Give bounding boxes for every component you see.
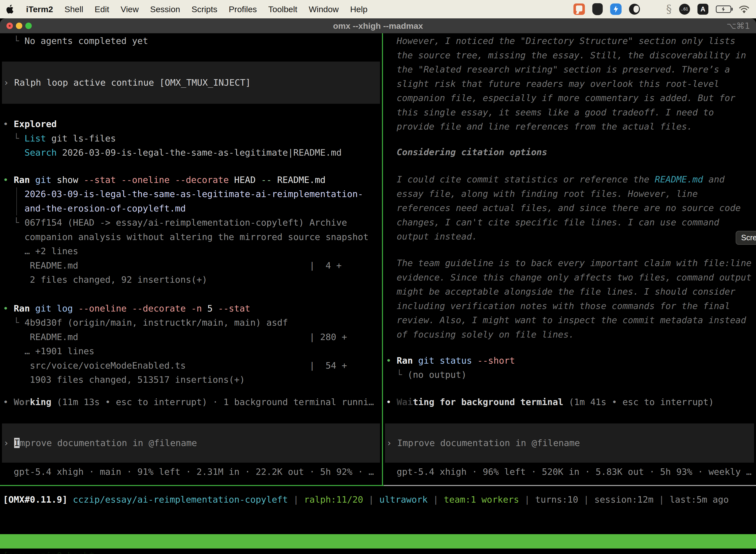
text-segment: git xyxy=(35,175,57,185)
chat-bubble-icon[interactable] xyxy=(573,3,585,15)
tmux-pane-right[interactable]: However, I noticed the "Directory Struct… xyxy=(383,33,756,486)
tmux-pane-left[interactable]: └ No agents completed yet• Explored └ Li… xyxy=(0,33,382,486)
terminal-line: companion analysis without altering the … xyxy=(3,230,382,244)
title-bar[interactable]: omx --xhigh --madmax ⌥⌘1 xyxy=(0,18,756,33)
inactive-pane-border xyxy=(384,485,756,486)
text-segment: the source tree, missing the essay. Stil… xyxy=(386,50,746,60)
menu-item-iterm2[interactable]: iTerm2 xyxy=(20,4,59,14)
text-segment: gpt-5.4 xhigh · 96% left · 520K in · 5.8… xyxy=(386,466,752,477)
terminal-line: the source tree, missing the essay. Stil… xyxy=(386,48,756,63)
terminal-line: • Ran git log --oneline --decorate -n 5 … xyxy=(3,301,382,316)
text-segment: references need actual files, and since … xyxy=(386,203,741,213)
window-shortcut-badge: ⌥⌘1 xyxy=(727,21,750,31)
terminal-line: references need actual files, and since … xyxy=(386,201,756,215)
terminal-line: └ 4b9d30f (origin/main, instructkr/main,… xyxy=(3,316,382,330)
screen-overlay-chip[interactable]: Scre xyxy=(736,231,756,245)
menu-item-edit[interactable]: Edit xyxy=(89,4,115,14)
terminal-line: README.md | 280 + xyxy=(3,330,382,344)
text-segment: └ xyxy=(3,133,24,144)
text-segment: 4b9d30f (origin/main, instructkr/main, m… xyxy=(24,318,288,328)
terminal-line: gpt-5.4 xhigh · 96% left · 520K in · 5.8… xyxy=(386,465,756,479)
terminal-line: └ (no output) xyxy=(386,368,756,382)
menu-item-shell[interactable]: Shell xyxy=(59,4,89,14)
window-title: omx --xhigh --madmax xyxy=(333,21,423,31)
text-segment: --stat --oneline --decorate xyxy=(83,175,234,185)
zoom-button[interactable] xyxy=(25,22,32,29)
tree-guide-line xyxy=(16,187,17,215)
text-segment: README.md | 280 + xyxy=(3,332,347,342)
prompt-input-left[interactable]: › Improve documentation in @filename xyxy=(2,424,380,463)
text-segment: king xyxy=(30,397,51,407)
terminal-line: this single essay, it seems like a good … xyxy=(386,105,756,120)
apple-menu-icon[interactable] xyxy=(6,4,15,14)
text-segment: HEAD xyxy=(234,175,261,185)
terminal-line: 2026-03-09-is-legal-the-same-as-legitima… xyxy=(3,187,382,201)
minimize-button[interactable] xyxy=(16,22,22,29)
text-segment: -n xyxy=(191,303,207,314)
menu-item-scripts[interactable]: Scripts xyxy=(186,4,223,14)
menu-item-session[interactable]: Session xyxy=(144,4,186,14)
text-segment: including verification notes with those … xyxy=(386,301,730,311)
text-segment: (no output) xyxy=(407,370,466,380)
terminal-line: • Waiting for background terminal (1m 41… xyxy=(386,395,756,409)
text-segment: ting for background terminal xyxy=(413,397,563,407)
text-segment: | xyxy=(428,494,444,505)
text-segment xyxy=(3,189,24,199)
text-segment: output instead. xyxy=(386,231,477,241)
text-segment: • xyxy=(3,397,14,407)
terminal-line: • Ran git status --short xyxy=(386,353,756,368)
menu-item-help[interactable]: Help xyxy=(344,4,373,14)
text-segment: companion file, especially if more comme… xyxy=(386,93,736,103)
terminal-line: might be acceptable alongside the file l… xyxy=(386,284,756,299)
dark-moon-icon[interactable] xyxy=(629,4,640,15)
text-segment: src/voice/voiceModeEnabled.ts | 54 + xyxy=(3,361,347,371)
text-segment: and-the-erosion-of-copyleft.md xyxy=(24,203,186,214)
terminal-line: 2 files changed, 92 insertions(+) xyxy=(3,273,382,287)
text-segment: [OMX#0.11.9] xyxy=(3,494,73,505)
text-segment: Search xyxy=(24,148,57,158)
text-segment: review. Also, I might want to inspect th… xyxy=(386,315,746,325)
menu-item-view[interactable]: View xyxy=(115,4,144,14)
text-segment: --stat xyxy=(218,303,250,314)
screen: { "colors": { "active_pane_border": "#3f… xyxy=(0,0,756,554)
dots-grid-icon[interactable] xyxy=(647,3,659,15)
text-segment: evidence. Since this change only affects… xyxy=(386,272,752,282)
text-segment: The team guideline is to back every impo… xyxy=(386,258,752,268)
shield-grid-icon[interactable] xyxy=(592,3,603,15)
text-segment: › xyxy=(386,438,397,448)
terminal-line: Considering citation options xyxy=(386,145,756,159)
menu-item-profiles[interactable]: Profiles xyxy=(223,4,262,14)
squiggle-icon[interactable]: § xyxy=(666,4,672,15)
text-segment: No agents completed yet xyxy=(24,36,148,46)
text-segment: gpt-5.4 xhigh · main · 91% left · 2.31M … xyxy=(3,466,374,477)
text-segment: git ls-files xyxy=(46,133,116,144)
menu-item-window[interactable]: Window xyxy=(303,4,344,14)
a-square-icon[interactable]: A xyxy=(697,4,708,15)
text-segment: provide file and line references from th… xyxy=(386,121,692,131)
text-segment: changes, I can't cite specific file line… xyxy=(386,217,719,227)
wifi-icon[interactable] xyxy=(739,5,750,13)
text-segment: … +1901 lines xyxy=(3,346,94,356)
circle-61-badge[interactable]: ..61 xyxy=(679,4,690,15)
text-segment: └ xyxy=(386,370,407,380)
text-segment: Improve documentation in @filename xyxy=(397,438,580,448)
text-segment: › xyxy=(3,438,14,448)
text-segment: | xyxy=(288,494,304,505)
text-segment: 1903 files changed, 513517 insertions(+) xyxy=(3,375,245,385)
terminal-line: gpt-5.4 xhigh · main · 91% left · 2.31M … xyxy=(3,465,382,479)
terminal-line: of focusing solely on file lines. xyxy=(386,327,756,342)
inject-banner-box[interactable]: › Ralph loop active continue [OMX_TMUX_I… xyxy=(2,62,380,104)
text-segment: Ran xyxy=(14,303,35,314)
text-segment: Ralph loop active continue [OMX_TMUX_INJ… xyxy=(14,77,251,88)
close-button[interactable] xyxy=(6,22,13,29)
menu-item-toolbelt[interactable]: Toolbelt xyxy=(263,4,303,14)
text-segment: ultrawork xyxy=(379,494,428,505)
blue-badge-icon[interactable] xyxy=(610,3,622,15)
omx-status-line: [OMX#0.11.9] cczip/essay/ai-reimplementa… xyxy=(3,492,729,507)
text-segment: of focusing solely on file lines. xyxy=(386,329,574,340)
text-segment: last:5m ago xyxy=(670,494,729,505)
terminal-line: … +2 lines xyxy=(3,244,382,258)
battery-icon[interactable] xyxy=(716,5,731,13)
text-segment: 5 xyxy=(207,303,218,314)
prompt-input-right[interactable]: › Improve documentation in @filename xyxy=(385,424,754,463)
